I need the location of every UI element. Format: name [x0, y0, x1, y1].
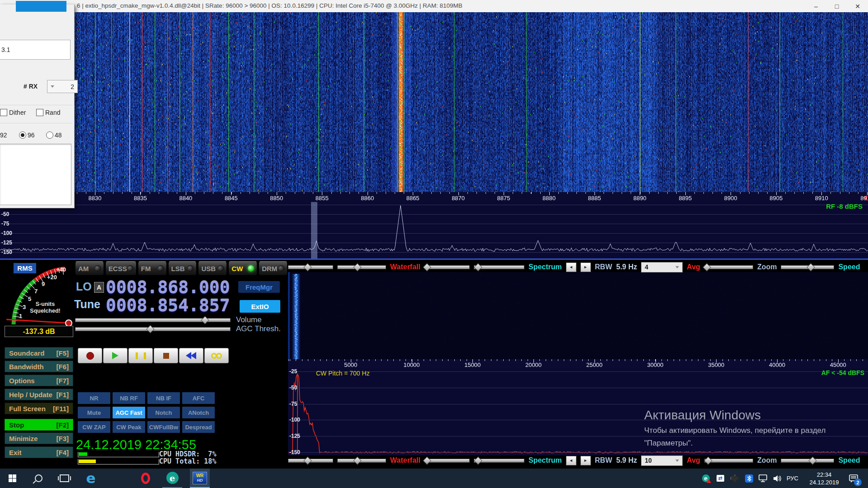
spectrum-max-slider[interactable] [474, 264, 524, 270]
function-button-minimize[interactable]: Minimize[F3] [5, 432, 73, 444]
rf-frequency-scale[interactable]: 8830883588408845885088558860886588708875… [74, 192, 868, 202]
taskbar-taskview-button[interactable] [54, 469, 74, 488]
lo-lock-badge[interactable]: A [94, 282, 104, 293]
lo-frequency-display[interactable]: 0008.868.000 [106, 277, 230, 297]
dsp-button-cwfullbw[interactable]: CWFullBw [147, 421, 180, 433]
dsp-button-agc-fast[interactable]: AGC Fast [113, 407, 145, 418]
rf-spectrum-panel[interactable]: RF -8 dBFS -25-50-75-100-125-150 [0, 202, 868, 260]
slider-thumb-icon[interactable] [303, 456, 311, 465]
slider-thumb-icon[interactable] [423, 456, 431, 465]
mode-button-drm[interactable]: DRM [259, 261, 288, 276]
function-button-bandwidth[interactable]: Bandwidth[F6] [5, 361, 73, 372]
af-waterfall-panel[interactable] [288, 272, 868, 359]
dsp-button-despread[interactable]: Despread [182, 421, 215, 433]
media-stop-button[interactable] [154, 348, 178, 363]
spectrum-min-slider[interactable] [425, 458, 470, 463]
tray-volume-button[interactable] [771, 469, 783, 488]
waterfall-brightness-slider[interactable] [288, 458, 333, 463]
mode-button-fm[interactable]: FM [138, 261, 167, 276]
speed-slider[interactable] [781, 264, 834, 270]
slider-thumb-icon[interactable] [201, 316, 209, 324]
maximize-button[interactable]: □ [826, 0, 847, 12]
avg-dropdown[interactable]: 4 [641, 262, 683, 272]
waterfall-brightness-slider[interactable] [288, 264, 333, 270]
rx-count-dropdown[interactable]: 2 [47, 80, 78, 93]
zoom-slider[interactable] [704, 264, 753, 270]
tray-horn-button[interactable] [729, 469, 741, 488]
volume-slider[interactable] [75, 317, 231, 323]
function-button-exit[interactable]: Exit[F4] [5, 446, 73, 458]
slider-thumb-icon[interactable] [146, 325, 154, 333]
function-button-options[interactable]: Options[F7] [5, 375, 73, 386]
taskbar-opera-button[interactable] [136, 469, 156, 488]
close-button[interactable]: ✕ [847, 0, 868, 12]
agc-threshold-slider[interactable] [75, 326, 231, 332]
taskbar-start-button[interactable] [2, 469, 22, 488]
zoom-slider[interactable] [704, 458, 753, 463]
dsp-button-mute[interactable]: Mute [78, 407, 110, 418]
speed-slider[interactable] [781, 458, 834, 463]
slider-thumb-icon[interactable] [303, 263, 311, 271]
media-rewind-button[interactable] [179, 348, 203, 363]
tune-frequency-display[interactable]: 0008.854.857 [106, 296, 230, 315]
rbw-decrease-button[interactable]: ◄ [566, 263, 576, 272]
freqmgr-button[interactable]: FreqMgr [238, 281, 280, 293]
slider-thumb-icon[interactable] [703, 263, 711, 271]
media-pause-button[interactable] [128, 348, 153, 363]
waterfall-contrast-slider[interactable] [337, 458, 386, 463]
taskbar-search-button[interactable] [28, 469, 48, 488]
dsp-button-nr[interactable]: NR [78, 392, 110, 404]
dsp-button-anotch[interactable]: ANotch [182, 407, 215, 418]
action-center-button[interactable]: 2 [844, 469, 863, 488]
taskbar-clock[interactable]: 22:34 24.12.2019 [804, 469, 844, 488]
function-button-help-update[interactable]: Help / Update[F1] [5, 389, 73, 400]
avg-dropdown[interactable]: 10 [641, 455, 683, 466]
dsp-button-cw-zap[interactable]: CW ZAP [78, 421, 110, 433]
rbw-increase-button[interactable]: ► [580, 263, 591, 272]
rbw-increase-button[interactable]: ► [580, 456, 591, 465]
function-button-full-screen[interactable]: Full Screen[F11] [5, 403, 73, 414]
extio-button[interactable]: ExtIO [240, 300, 280, 313]
dsp-button-nb-rf[interactable]: NB RF [113, 392, 145, 404]
mode-button-ecss[interactable]: ECSS [105, 261, 137, 276]
af-frequency-scale[interactable]: 5000100001500020000250003000035000400004… [288, 359, 868, 368]
slider-thumb-icon[interactable] [423, 263, 431, 271]
dsp-button-cw-peak[interactable]: CW Peak [113, 421, 145, 433]
dialog-listbox[interactable] [0, 144, 71, 205]
mode-button-usb[interactable]: USB [198, 261, 227, 276]
slider-thumb-icon[interactable] [353, 456, 361, 465]
tray-network-button[interactable] [758, 469, 769, 488]
spectrum-max-slider[interactable] [474, 458, 524, 463]
rf-waterfall-canvas[interactable] [74, 12, 868, 192]
dither-checkbox[interactable] [0, 109, 7, 116]
media-play-button[interactable] [103, 348, 127, 363]
function-button-stop[interactable]: Stop[F2] [5, 419, 73, 431]
tray-bluetooth-button[interactable] [743, 469, 755, 488]
rbw-decrease-button[interactable]: ◄ [566, 456, 576, 465]
rate-48-radio[interactable] [46, 131, 53, 139]
minimize-button[interactable]: – [806, 0, 826, 12]
tray-eset-small-button[interactable]: e [700, 469, 712, 488]
ip-address-field[interactable]: 3.1 [0, 40, 71, 60]
dsp-button-notch[interactable]: Notch [147, 407, 180, 418]
slider-thumb-icon[interactable] [353, 263, 361, 271]
slider-thumb-icon[interactable] [704, 456, 712, 465]
taskbar-explorer-button[interactable] [108, 469, 128, 488]
af-spectrum-panel[interactable]: CW Pitch = 700 Hz AF < -54 dBFS -25-50-7… [288, 368, 868, 455]
mode-button-am[interactable]: AM [75, 261, 104, 276]
taskbar-hdsdr-button[interactable]: WRHD [190, 469, 210, 488]
smeter-mode-badge[interactable]: RMS [14, 263, 36, 273]
media-record-button[interactable] [78, 348, 102, 363]
tray-sync-button[interactable]: ⇄ [714, 469, 726, 488]
slider-thumb-icon[interactable] [474, 263, 482, 271]
media-loop-button[interactable] [204, 348, 229, 363]
rand-checkbox[interactable] [36, 109, 43, 116]
mode-button-cw[interactable]: CW [228, 261, 257, 276]
rate-96-radio[interactable] [19, 131, 26, 139]
mode-button-lsb[interactable]: LSB [168, 261, 197, 276]
slider-thumb-icon[interactable] [474, 456, 482, 465]
slider-thumb-icon[interactable] [807, 263, 815, 271]
spectrum-min-slider[interactable] [425, 264, 470, 270]
dsp-button-nb-if[interactable]: NB IF [147, 392, 180, 404]
taskbar-edge-button[interactable]: e [81, 469, 101, 488]
